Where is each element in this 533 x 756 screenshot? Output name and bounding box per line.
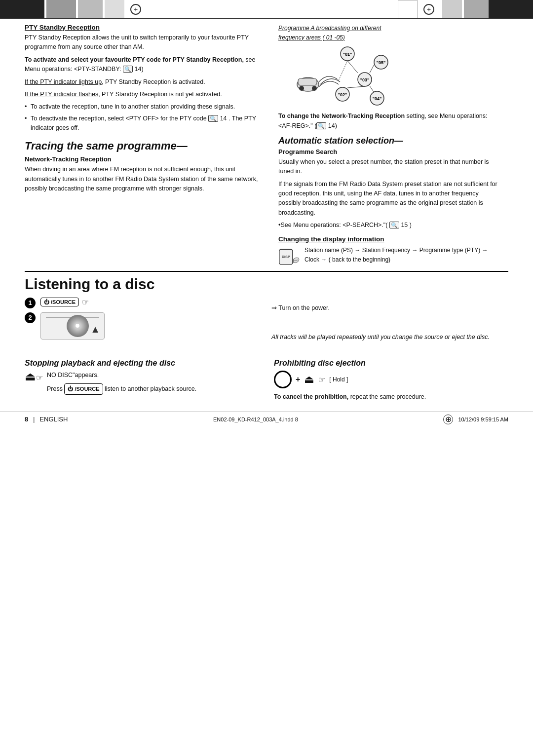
prohibiting-section: Prohibiting disc ejection + ⏏ ☞ [ Hold ]… — [274, 355, 508, 405]
cancel-rest: repeat the same procedure. — [350, 393, 426, 400]
svg-text:"05": "05" — [377, 60, 386, 65]
steps-right: ⇒ Turn on the power. All tracks will be … — [271, 298, 508, 345]
plus-sign: + — [296, 375, 300, 384]
footer-page: 8 — [25, 416, 28, 423]
svg-rect-1 — [298, 78, 317, 85]
bullet-2-page: 14 — [220, 115, 227, 122]
pty-lights-rest: PTY Standby Reception is activated. — [105, 78, 205, 85]
footer: 8 | ENGLISH EN02-09_KD-R412_003A_4.indd … — [0, 411, 533, 427]
svg-line-14 — [347, 61, 358, 73]
header-block-2 — [46, 0, 76, 18]
svg-text:DISP: DISP — [282, 255, 290, 259]
disp-row: DISP Station name (PS) → Station Frequen… — [278, 246, 500, 268]
svg-text:"02": "02" — [338, 92, 347, 97]
pty-page-ref: 🔍 — [123, 66, 133, 73]
disc-illustration: ▲ — [40, 312, 105, 340]
press-label: Press — [47, 385, 63, 392]
disc-section: Listening to a disc 1 ⏻ /SOURCE ☞ 2 — [25, 271, 508, 345]
bullet-2: To deactivate the reception, select <PTY… — [31, 114, 262, 133]
header-block-1 — [0, 0, 44, 18]
right-column: Programme A broadcasting on different fr… — [273, 24, 500, 271]
svg-point-3 — [312, 86, 317, 91]
pty-activate: To activate and select your favourite PT… — [25, 55, 262, 75]
stopping-title: Stopping playback and ejecting the disc — [25, 359, 259, 368]
source-button-1: ⏻ /SOURCE — [40, 298, 79, 306]
insert-arrow: ▲ — [90, 324, 100, 335]
cancel-prohibition: To cancel the prohibition, repeat the sa… — [274, 392, 508, 402]
see-menu-icon: 🔍 — [389, 222, 399, 228]
source-label: /SOURCE — [51, 299, 76, 305]
hand-icon-2: ☞ — [318, 375, 325, 384]
frequency-diagram: "01" "05" "03" "02" "04" — [293, 45, 392, 109]
prohibit-circle-icon — [274, 371, 292, 388]
svg-line-16 — [347, 86, 365, 88]
header-block-6 — [442, 0, 462, 18]
header-crosshair — [130, 4, 141, 15]
footer-sep: | — [33, 416, 35, 423]
header-block-3 — [78, 0, 103, 18]
programme-search-title: Programme Search — [278, 148, 500, 155]
prohibiting-title: Prohibiting disc ejection — [274, 359, 508, 368]
source-text: /SOURCE — [75, 385, 99, 393]
bullet-1: To activate the reception, tune in to an… — [31, 102, 262, 112]
footer-date: 10/12/09 9:59:15 AM — [458, 416, 508, 422]
auto-p2: If the signals from the FM Radio Data Sy… — [278, 180, 500, 218]
main-content: PTY Standby Reception PTY Standby Recept… — [0, 19, 533, 271]
no-disc-p1: NO DISC"appears. — [47, 371, 196, 380]
footer-file: EN02-09_KD-R412_003A_4.indd 8 — [213, 416, 298, 422]
source-power-icon: ⏻ — [68, 385, 73, 393]
freq-diagram-svg: "01" "05" "03" "02" "04" — [293, 45, 392, 109]
footer-center: EN02-09_KD-R412_003A_4.indd 8 — [213, 416, 298, 423]
footer-crosshair: ⊕ — [443, 415, 453, 424]
prohibiting-title-text: Prohibiting disc ejection — [274, 359, 366, 367]
pty-flashes-rest: PTY Standby Reception is not yet activat… — [102, 91, 222, 98]
svg-text:"04": "04" — [373, 96, 382, 101]
source-button-2: ⏻ /SOURCE — [64, 383, 103, 395]
header-crosshair-right — [423, 4, 434, 15]
prohibit-eject-icon: ⏏ — [304, 373, 314, 386]
no-disc-p2: Press ⏻ /SOURCE listen to another playba… — [47, 383, 196, 395]
listen-label: listen to another playback source. — [105, 385, 196, 392]
header-block-5 — [398, 0, 418, 18]
pty-activate-bold: To activate and select your favourite PT… — [25, 56, 244, 63]
header-block-4 — [105, 0, 124, 18]
step-2-note: All tracks will be played repeatedly unt… — [271, 333, 508, 342]
tracing-p1: When driving in an area where FM recepti… — [25, 165, 262, 193]
steps-left: 1 ⏻ /SOURCE ☞ 2 — [25, 298, 262, 345]
header-block-7 — [464, 0, 489, 18]
network-change-bold: To change the Network-Tracking Reception — [278, 113, 405, 119]
cancel-bold: To cancel the prohibition, — [274, 393, 348, 400]
pty-activate-page: 14 — [135, 66, 142, 73]
disp-chain: Station name (PS) → Station Frequency → … — [305, 246, 500, 265]
stopping-section: Stopping playback and ejecting the disc … — [25, 355, 259, 405]
svg-line-15 — [370, 65, 374, 73]
step-1-arrow: ⇒ Turn on the power. — [271, 304, 330, 311]
pty-standby-p1: PTY Standby Reception allows the unit to… — [25, 33, 262, 52]
network-change-page: 14 — [328, 122, 335, 129]
auto-p1: Usually when you select a preset number,… — [278, 157, 500, 177]
eject-icon: ⏏☞ — [25, 371, 43, 382]
footer-language: ENGLISH — [39, 416, 68, 423]
step-1-content: ⏻ /SOURCE ☞ — [40, 298, 89, 307]
see-menu-page: 15 — [401, 222, 408, 228]
see-menu-bullet: •See Menu operations: <P-SEARCH>."( — [278, 222, 387, 228]
disp-button-icon: DISP — [278, 246, 301, 268]
see-menu-end: ) — [410, 222, 412, 228]
disp-chain-text: Station name (PS) → Station Frequency → … — [305, 247, 488, 263]
pty-lights-underline: If the PTY indicator lights up, — [25, 78, 104, 85]
footer-left: 8 | ENGLISH — [25, 416, 68, 423]
freq-caption: Programme A broadcasting on different fr… — [278, 24, 500, 42]
step-2-number: 2 — [25, 312, 36, 323]
svg-text:"03": "03" — [360, 77, 370, 82]
disc-steps: 1 ⏻ /SOURCE ☞ 2 — [25, 298, 508, 345]
pty-flashes: If the PTY indicator flashes, PTY Standb… — [25, 90, 262, 99]
changing-display-title: Changing the display information — [278, 235, 500, 243]
prohibit-row: + ⏏ ☞ [ Hold ] — [274, 371, 508, 388]
auto-station-title: Automatic station selection— — [278, 136, 500, 146]
freq-caption-2: frequency areas ( 01 -05) — [278, 34, 345, 41]
left-column: PTY Standby Reception PTY Standby Recept… — [25, 24, 262, 271]
footer-right: ⊕ 10/12/09 9:59:15 AM — [443, 415, 508, 424]
pty-standby-title: PTY Standby Reception — [25, 24, 262, 31]
network-tracking-title: Network-Tracking Reception — [25, 155, 262, 163]
source-icon: ⏻ — [44, 299, 49, 305]
